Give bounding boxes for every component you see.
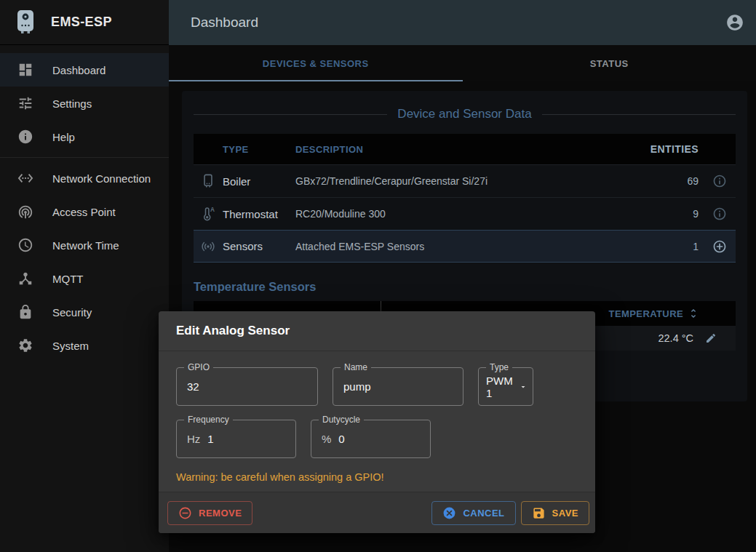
tune-icon — [17, 95, 33, 111]
device-description: RC20/Moduline 300 — [295, 208, 637, 220]
boiler-icon — [200, 173, 216, 189]
remove-button-label: REMOVE — [199, 508, 242, 519]
brand-title: EMS-ESP — [51, 15, 112, 30]
sidebar-item-access-point[interactable]: Access Point — [0, 195, 169, 228]
device-description: Attached EMS-ESP Sensors — [295, 241, 637, 252]
sidebar-item-network-time[interactable]: Network Time — [0, 228, 169, 262]
hub-icon — [17, 271, 33, 287]
sidebar-item-label: Access Point — [52, 206, 116, 218]
sidebar-item-label: MQTT — [52, 273, 84, 285]
sort-unfold-icon[interactable] — [688, 308, 699, 319]
divider-line — [542, 114, 736, 115]
sidebar-item-label: Network Time — [52, 239, 119, 252]
device-entities: 1 — [637, 241, 703, 252]
column-description: DESCRIPTION — [295, 144, 637, 155]
tab-devices-sensors[interactable]: DEVICES & SENSORS — [169, 45, 463, 81]
save-button[interactable]: SAVE — [521, 501, 589, 525]
dialog-content: GPIO 32 Name pump Type PWM 1 Frequency H… — [159, 351, 595, 483]
cancel-button[interactable]: CANCEL — [431, 501, 515, 525]
info-outline-icon[interactable] — [712, 207, 727, 221]
boiler-logo-icon — [15, 9, 36, 36]
info-outline-icon[interactable] — [712, 174, 727, 188]
dutycycle-field[interactable]: Dutycycle % 0 — [311, 420, 431, 458]
table-row-sensors[interactable]: Sensors Attached EMS-ESP Sensors 1 — [194, 230, 736, 263]
sidebar-item-dashboard[interactable]: Dashboard — [0, 53, 169, 87]
sidebar-item-mqtt[interactable]: MQTT — [0, 262, 169, 295]
gpio-field-value: 32 — [187, 380, 199, 393]
type-select-label: Type — [486, 362, 512, 372]
section-heading-text: Device and Sensor Data — [397, 107, 531, 121]
dutycycle-unit: % — [322, 433, 331, 445]
remove-button[interactable]: REMOVE — [167, 501, 252, 525]
ems-esp-app: EMS-ESP Dashboard Settings Help Network … — [0, 0, 756, 552]
name-field-value: pump — [343, 380, 371, 393]
device-type: Sensors — [223, 240, 295, 252]
type-select-value: PWM 1 — [486, 375, 513, 399]
sidebar-header: EMS-ESP — [0, 0, 169, 45]
edit-analog-sensor-dialog: Edit Analog Sensor GPIO 32 Name pump Typ… — [159, 311, 595, 533]
gear-icon — [17, 337, 33, 353]
account-circle-icon[interactable] — [725, 13, 744, 32]
dutycycle-field-label: Dutycycle — [319, 415, 364, 425]
sensors-icon — [200, 239, 216, 255]
sidebar-item-label: Help — [52, 131, 75, 143]
column-entities: ENTITIES — [637, 143, 703, 155]
appbar: Dashboard — [169, 0, 756, 45]
tab-label: DEVICES & SENSORS — [263, 58, 369, 69]
dashboard-icon — [17, 62, 33, 78]
add-circle-outline-icon[interactable] — [712, 239, 727, 254]
name-field-label: Name — [341, 362, 371, 372]
dialog-actions: REMOVE CANCEL SAVE — [159, 492, 595, 533]
column-type: TYPE — [223, 144, 295, 155]
lock-icon — [17, 304, 33, 320]
edit-pencil-icon[interactable] — [705, 332, 717, 344]
device-table: TYPE DESCRIPTION ENTITIES Boiler GBx72/T… — [194, 134, 736, 263]
sidebar-item-label: Network Connection — [52, 172, 151, 185]
frequency-field-value: 1 — [207, 433, 213, 445]
dropdown-caret-icon — [519, 383, 528, 391]
divider-line — [194, 114, 387, 115]
svg-text:A: A — [210, 207, 215, 213]
sidebar-item-label: Security — [52, 306, 92, 319]
wifi-tethering-icon — [17, 204, 33, 220]
tab-bar: DEVICES & SENSORS STATUS — [169, 45, 756, 81]
sidebar-item-help[interactable]: Help — [0, 120, 169, 153]
tab-label: STATUS — [590, 58, 629, 69]
sidebar-item-label: System — [52, 340, 89, 352]
table-row-thermostat[interactable]: A Thermostat RC20/Moduline 300 9 — [194, 197, 736, 230]
sidebar-item-system[interactable]: System — [0, 329, 169, 362]
section-heading: Device and Sensor Data — [194, 107, 736, 121]
table-row-boiler[interactable]: Boiler GBx72/Trendline/Cerapur/Greenstar… — [194, 164, 736, 197]
sidebar-item-label: Dashboard — [52, 64, 106, 76]
column-temperature: TEMPERATURE — [609, 308, 683, 319]
ethernet-icon — [17, 170, 33, 186]
sidebar-item-network-connection[interactable]: Network Connection — [0, 161, 169, 195]
device-entities: 9 — [637, 208, 703, 220]
frequency-field-label: Frequency — [184, 415, 233, 425]
type-select[interactable]: Type PWM 1 — [478, 367, 533, 406]
sidebar-item-settings[interactable]: Settings — [0, 87, 169, 120]
sidebar-divider — [0, 157, 169, 158]
temperature-sensors-heading: Temperature Sensors — [194, 280, 736, 294]
frequency-unit: Hz — [187, 433, 200, 445]
name-field[interactable]: Name pump — [333, 367, 463, 406]
cancel-icon — [442, 506, 456, 520]
sidebar-item-security[interactable]: Security — [0, 295, 169, 329]
frequency-field[interactable]: Frequency Hz 1 — [176, 420, 296, 458]
device-type: Boiler — [223, 175, 295, 188]
info-icon — [17, 129, 33, 145]
save-button-label: SAVE — [552, 508, 578, 519]
sidebar: EMS-ESP Dashboard Settings Help Network … — [0, 0, 169, 552]
device-entities: 69 — [637, 175, 703, 187]
tab-status[interactable]: STATUS — [463, 45, 756, 81]
sidebar-item-label: Settings — [52, 97, 92, 110]
clock-icon — [17, 237, 33, 253]
sidebar-nav: Dashboard Settings Help Network Connecti… — [0, 45, 169, 362]
cancel-button-label: CANCEL — [463, 508, 504, 519]
device-table-header: TYPE DESCRIPTION ENTITIES — [194, 134, 736, 164]
device-description: GBx72/Trendline/Cerapur/Greenstar Si/27i — [295, 175, 637, 187]
thermostat-icon: A — [200, 206, 216, 222]
page-title: Dashboard — [191, 15, 725, 31]
gpio-field[interactable]: GPIO 32 — [176, 367, 318, 406]
gpio-field-label: GPIO — [184, 362, 213, 372]
